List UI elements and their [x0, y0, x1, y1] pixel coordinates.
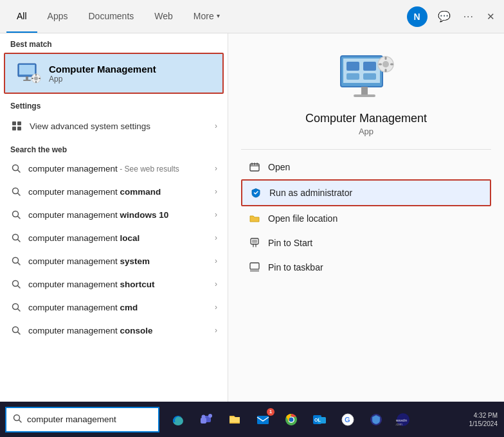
open-file-location-label: Open file location [268, 213, 338, 224]
svg-text:OL: OL [314, 418, 321, 422]
search-icon [10, 255, 22, 267]
close-button[interactable]: ✕ [484, 8, 498, 25]
svg-rect-35 [363, 73, 376, 80]
list-item[interactable]: computer management shortcut › [0, 272, 228, 296]
svg-line-15 [18, 170, 21, 173]
mail-icon[interactable]: 1 [249, 406, 276, 433]
svg-rect-41 [384, 69, 386, 72]
security-icon[interactable] [363, 406, 390, 433]
feedback-button[interactable]: 💬 [435, 8, 453, 25]
tab-bar-right: N 💬 ··· ✕ [407, 6, 498, 27]
svg-rect-13 [17, 127, 21, 130]
file-explorer-icon[interactable] [221, 406, 248, 433]
settings-label: Settings [0, 95, 228, 113]
best-match-label: Best match [0, 33, 228, 51]
web-item-text: computer management windows 10 [28, 210, 168, 220]
svg-rect-11 [17, 121, 21, 125]
web-item-text: computer management shortcut [28, 280, 155, 289]
list-item[interactable]: computer management system › [0, 249, 228, 272]
pin-to-start-action[interactable]: Pin to Start [241, 231, 491, 255]
svg-point-53 [208, 414, 212, 418]
open-icon [249, 161, 260, 173]
svg-rect-43 [390, 64, 393, 66]
tab-all[interactable]: All [6, 0, 37, 33]
svg-line-27 [18, 309, 21, 312]
svg-rect-37 [354, 94, 375, 97]
mail-badge: 1 [267, 408, 274, 416]
app-preview-icon [338, 53, 395, 104]
svg-rect-6 [35, 74, 37, 76]
svg-rect-36 [361, 87, 368, 94]
best-match-item[interactable]: Computer Management App [4, 53, 224, 94]
chevron-right-icon: › [215, 233, 217, 242]
search-icon [10, 278, 22, 290]
svg-line-21 [18, 240, 21, 242]
open-action[interactable]: Open [241, 155, 491, 179]
pin-taskbar-icon [249, 262, 260, 273]
wsxdn-logo: wsxdn .com [393, 413, 413, 427]
tab-documents[interactable]: Documents [78, 0, 144, 33]
list-item[interactable]: computer management local › [0, 226, 228, 249]
svg-rect-40 [384, 57, 386, 60]
svg-rect-2 [26, 76, 28, 80]
pin-to-start-label: Pin to Start [268, 238, 312, 248]
tab-apps[interactable]: Apps [37, 0, 78, 33]
search-icon [10, 163, 22, 174]
pin-to-taskbar-label: Pin to taskbar [268, 262, 323, 272]
search-icon [10, 325, 22, 336]
svg-rect-8 [32, 78, 33, 79]
svg-rect-3 [23, 80, 31, 81]
edge-icon[interactable] [165, 406, 192, 433]
folder-icon [249, 213, 260, 224]
web-item-text: computer management command [28, 187, 161, 197]
list-item[interactable]: computer management cmd › [0, 296, 228, 319]
app-type-label: App [49, 75, 156, 84]
svg-rect-34 [346, 73, 359, 80]
teams-icon[interactable] [193, 406, 220, 433]
svg-line-25 [18, 286, 21, 289]
svg-rect-1 [19, 65, 35, 75]
list-item[interactable]: computer management command › [0, 180, 228, 203]
search-web-label: Search the web [0, 139, 228, 157]
avatar[interactable]: N [407, 6, 428, 27]
list-item[interactable]: computer management - See web results › [0, 157, 228, 180]
svg-text:G: G [345, 416, 350, 424]
more-options-button[interactable]: ··· [461, 8, 476, 25]
open-file-location-action[interactable]: Open file location [241, 206, 491, 231]
web-item-text: computer management local [28, 233, 140, 243]
chevron-right-icon: › [215, 164, 217, 173]
settings-item[interactable]: View advanced system settings › [0, 113, 228, 139]
svg-rect-7 [35, 81, 37, 83]
google-icon[interactable]: G [334, 406, 361, 433]
svg-line-50 [19, 420, 22, 423]
right-panel: Computer Management App Open [228, 33, 504, 402]
taskbar-icons: 1 OL G [165, 406, 469, 433]
app-preview-type: App [359, 127, 374, 136]
search-icon [10, 186, 22, 197]
svg-point-5 [34, 76, 38, 80]
chevron-right-icon: › [215, 210, 217, 219]
svg-line-17 [18, 193, 21, 196]
list-item[interactable]: computer management windows 10 › [0, 203, 228, 226]
chevron-right-icon: › [215, 303, 217, 312]
search-icon [10, 209, 22, 220]
svg-rect-56 [257, 416, 269, 424]
taskbar-search-input[interactable] [27, 415, 152, 424]
search-icon [10, 232, 22, 244]
svg-text:.com: .com [395, 422, 402, 426]
tab-more[interactable]: More ▾ [183, 0, 230, 33]
svg-point-39 [382, 61, 389, 67]
main-content: Best match [0, 33, 504, 402]
best-match-info: Computer Management App [49, 64, 156, 84]
run-as-admin-action[interactable]: Run as administrator [241, 179, 491, 206]
app-preview-name: Computer Management [305, 112, 427, 125]
pin-to-taskbar-action[interactable]: Pin to taskbar [241, 255, 491, 280]
svg-rect-9 [39, 78, 40, 79]
list-item[interactable]: computer management console › [0, 319, 228, 342]
svg-rect-33 [363, 62, 376, 71]
tab-web[interactable]: Web [144, 0, 183, 33]
svg-rect-48 [250, 269, 259, 272]
outlook-icon[interactable]: OL [306, 406, 333, 433]
chrome-icon[interactable] [278, 406, 305, 433]
taskbar-search-box[interactable] [5, 407, 159, 433]
